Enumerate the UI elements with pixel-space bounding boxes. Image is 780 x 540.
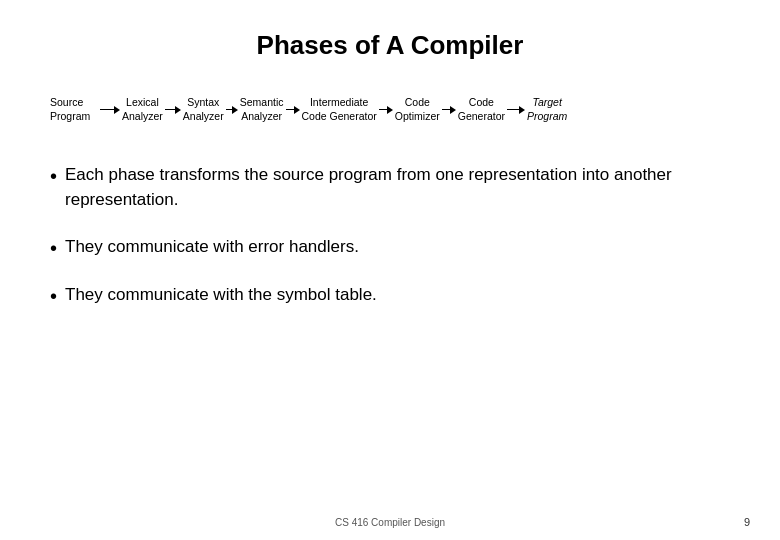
bullet-item-2: • They communicate with the symbol table…	[50, 283, 730, 309]
phase-semantic: Semantic Analyzer	[240, 96, 284, 123]
source-label: Source Program	[50, 96, 92, 123]
phase-optimizer: Code Optimizer	[395, 96, 440, 123]
phase-syntax: Syntax Analyzer	[183, 96, 224, 123]
slide-title: Phases of A Compiler	[50, 30, 730, 61]
phase-generator: Code Generator	[458, 96, 505, 123]
arrow-5	[442, 106, 456, 114]
bullet-dot-0: •	[50, 163, 57, 189]
phase-intermediate: Intermediate Code Generator	[302, 96, 377, 123]
footer: CS 416 Compiler Design	[0, 517, 780, 528]
arrow-0	[100, 106, 120, 114]
pipeline-diagram: Source Program Lexical Analyzer Syntax A…	[50, 96, 730, 123]
arrow-4	[379, 106, 393, 114]
footer-label: CS 416 Compiler Design	[335, 517, 445, 528]
arrow-2	[226, 106, 238, 114]
phase-target: Target Program	[527, 96, 567, 123]
bullet-item-1: • They communicate with error handlers.	[50, 235, 730, 261]
arrow-1	[165, 106, 181, 114]
arrow-3	[286, 106, 300, 114]
bullet-item-0: • Each phase transforms the source progr…	[50, 163, 730, 212]
phase-lexical: Lexical Analyzer	[122, 96, 163, 123]
bullet-dot-2: •	[50, 283, 57, 309]
arrow-6	[507, 106, 525, 114]
bullet-text-0: Each phase transforms the source program…	[65, 163, 730, 212]
bullet-dot-1: •	[50, 235, 57, 261]
bullet-text-2: They communicate with the symbol table.	[65, 283, 730, 308]
bullet-list: • Each phase transforms the source progr…	[50, 163, 730, 330]
slide: Phases of A Compiler Source Program Lexi…	[0, 0, 780, 540]
bullet-text-1: They communicate with error handlers.	[65, 235, 730, 260]
page-number: 9	[744, 516, 750, 528]
